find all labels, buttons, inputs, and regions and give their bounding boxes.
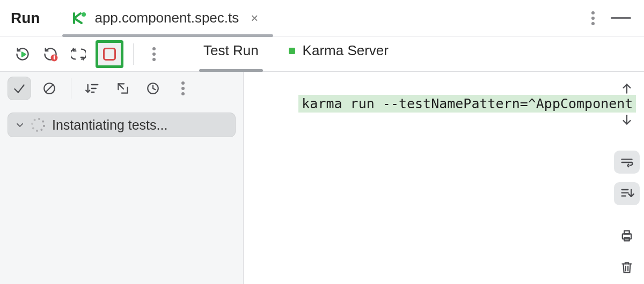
svg-rect-21 (624, 231, 629, 234)
show-ignored-toggle[interactable] (38, 77, 61, 100)
filter-more-button[interactable] (171, 77, 195, 100)
run-config-tab[interactable]: app.component.spec.ts × (64, 0, 271, 36)
svg-point-4 (54, 59, 54, 59)
toolbar-separator (133, 43, 134, 65)
sort-button[interactable] (81, 77, 105, 100)
output-tabs: Test Run Karma Server (200, 36, 392, 71)
test-tree: Instantiating tests... (0, 105, 243, 284)
toggle-auto-test-button[interactable] (68, 43, 89, 65)
running-indicator-icon (289, 48, 295, 54)
test-tree-root-label: Instantiating tests... (52, 117, 167, 133)
svg-line-10 (118, 84, 123, 89)
svg-marker-1 (22, 52, 26, 56)
console-gutter (613, 77, 641, 279)
run-tool-header: Run app.component.spec.ts × (0, 0, 644, 36)
console-panel: karma run --testNamePattern=^AppComponen… (244, 72, 644, 284)
rerun-failed-button[interactable] (40, 43, 61, 65)
more-options-icon[interactable] (591, 11, 595, 25)
next-occurrence-button[interactable] (614, 109, 640, 132)
tab-karma-server-label: Karma Server (303, 42, 389, 59)
run-config-tab-label: app.component.spec.ts (94, 10, 239, 26)
minimize-icon[interactable] (611, 17, 631, 19)
test-filter-toolbar (0, 72, 244, 105)
test-tree-panel: Instantiating tests... (0, 72, 244, 284)
expand-all-button[interactable] (111, 77, 135, 100)
print-button[interactable] (614, 225, 640, 248)
loading-spinner-icon (32, 118, 45, 131)
svg-line-6 (46, 85, 53, 92)
stop-button[interactable] (96, 40, 123, 68)
console-command-line: karma run --testNamePattern=^AppComponen… (298, 95, 636, 113)
tool-window-title: Run (11, 10, 40, 27)
show-passed-toggle[interactable] (8, 77, 31, 100)
filter-separator (71, 78, 71, 99)
test-history-button[interactable] (141, 77, 165, 100)
tab-test-run-label: Test Run (203, 42, 259, 59)
run-toolbar: Test Run Karma Server (0, 36, 644, 72)
previous-occurrence-button[interactable] (614, 77, 640, 100)
test-tree-root[interactable]: Instantiating tests... (8, 113, 236, 137)
tab-test-run[interactable]: Test Run (200, 36, 262, 71)
svg-point-0 (82, 12, 86, 17)
close-tab-icon[interactable]: × (245, 11, 264, 26)
stop-icon (103, 48, 116, 61)
more-actions-button[interactable] (143, 43, 165, 65)
soft-wrap-button[interactable] (614, 151, 640, 174)
tab-karma-server[interactable]: Karma Server (286, 36, 392, 71)
karma-icon (72, 12, 88, 25)
clear-all-button[interactable] (614, 256, 640, 279)
console-output[interactable]: karma run --testNamePattern=^AppComponen… (250, 79, 611, 128)
chevron-down-icon (16, 121, 24, 129)
scroll-to-end-button[interactable] (614, 182, 640, 205)
rerun-button[interactable] (12, 43, 33, 65)
